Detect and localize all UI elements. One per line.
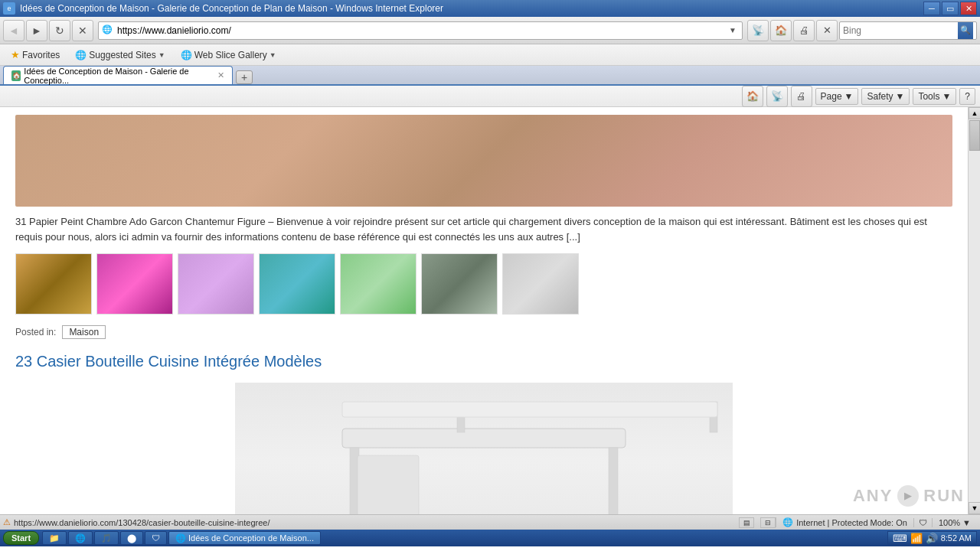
taskbar-active-app[interactable]: 🌐 Idées de Conception de Maison...: [168, 531, 321, 545]
page-content: 31 Papier Peint Chambre Ado Garcon Chant…: [0, 107, 968, 514]
view-toggle-icon: ⊟: [760, 517, 776, 528]
stop-button[interactable]: ✕: [72, 20, 93, 41]
refresh-button[interactable]: ↻: [49, 20, 70, 41]
zoom-control[interactable]: 100% ▼: [932, 518, 977, 527]
hero-image: [15, 115, 952, 207]
svg-rect-2: [609, 448, 618, 514]
back-button[interactable]: ◄: [3, 20, 24, 41]
ie-icon: e: [3, 2, 15, 15]
web-slice-icon: 🌐: [181, 50, 192, 60]
home-cmd-button[interactable]: 🏠: [742, 86, 763, 107]
minimize-button[interactable]: ─: [923, 2, 940, 15]
scroll-track[interactable]: [969, 119, 980, 502]
taskbar-time: 8:52 AM: [941, 533, 972, 543]
maison-tag[interactable]: Maison: [62, 325, 106, 339]
thumbnail-2[interactable]: [96, 253, 173, 315]
command-bar: 🏠 📡 🖨 Page ▼ Safety ▼ Tools ▼ ?: [0, 86, 980, 107]
ie-taskbar-icon: 🌐: [75, 533, 86, 543]
suggested-sites-icon: 🌐: [75, 50, 87, 60]
page-button[interactable]: Page ▼: [815, 88, 859, 105]
active-app-icon: 🌐: [175, 533, 186, 543]
tools-button[interactable]: Tools ▼: [913, 88, 956, 105]
web-slice-gallery-label: Web Slice Gallery: [194, 50, 267, 60]
status-url: https://www.danieliorio.com/130428/casie…: [11, 518, 739, 527]
article-title[interactable]: 23 Casier Bouteille Cuisine Intégrée Mod…: [15, 353, 952, 370]
taskbar-apps: 📁 🌐 🎵 ⬤ 🛡 🌐 Idées de Conception de Maiso…: [42, 531, 884, 545]
favorites-item[interactable]: ★ Favorites: [6, 47, 64, 62]
print-cmd-button[interactable]: 🖨: [791, 86, 812, 107]
media-taskbar-icon: 🎵: [101, 533, 112, 543]
globe-status-icon: 🌐: [782, 517, 793, 527]
page-arrow-icon: ▼: [844, 91, 854, 102]
thumbnail-5[interactable]: [340, 253, 416, 315]
nav-bar: ◄ ► ↻ ✕ 🌐 ▼ 📡 🏠 🖨 ✕ 🔍: [0, 17, 980, 44]
window-title: Idées de Conception de Maison - Galerie …: [20, 3, 443, 14]
tray-keyboard-icon: ⌨: [893, 533, 907, 544]
taskbar-media-button[interactable]: 🎵: [94, 531, 119, 545]
restore-button[interactable]: ▭: [942, 2, 959, 15]
protection-icon-area: 🛡: [913, 518, 932, 527]
article-excerpt: 31 Papier Peint Chambre Ado Garcon Chant…: [15, 214, 952, 244]
taskbar-system-tray: ⌨ 📶 🔊 8:52 AM: [887, 531, 977, 545]
rss-cmd-button[interactable]: 📡: [766, 86, 788, 107]
thumbnail-3[interactable]: [178, 253, 254, 315]
posted-in-label: Posted in:: [15, 327, 56, 337]
svg-rect-0: [342, 429, 626, 448]
start-button[interactable]: Start: [3, 531, 39, 545]
new-tab-button[interactable]: +: [236, 70, 253, 84]
taskbar-chrome-button[interactable]: ⬤: [120, 531, 143, 545]
tab-bar: 🏠 Idées de Conception de Maison - Galeri…: [0, 66, 980, 86]
delete-button[interactable]: ✕: [816, 20, 838, 41]
print-button[interactable]: 🖨: [793, 20, 815, 41]
favorites-bar: ★ Favorites 🌐 Suggested Sites ▼ 🌐 Web Sl…: [0, 44, 980, 66]
web-slice-gallery-arrow: ▼: [270, 51, 276, 59]
watermark-text: ANY: [853, 486, 893, 506]
forward-button[interactable]: ►: [26, 20, 47, 41]
help-label: ?: [965, 91, 970, 102]
vertical-scrollbar[interactable]: ▲ ▼: [968, 107, 980, 514]
thumbnail-7[interactable]: [502, 253, 579, 315]
chrome-taskbar-icon: ⬤: [127, 533, 136, 543]
taskbar-ie-button[interactable]: 🌐: [68, 531, 93, 545]
watermark-play-icon: ▶: [897, 485, 919, 507]
thumbnail-4[interactable]: [259, 253, 335, 315]
search-input[interactable]: [843, 25, 958, 36]
security-text: Internet | Protected Mode: On: [796, 518, 907, 527]
window-controls[interactable]: ─ ▭ ✕: [923, 2, 977, 15]
address-dropdown[interactable]: ▼: [727, 24, 739, 37]
tools-label: Tools: [918, 91, 939, 102]
svg-rect-6: [358, 455, 419, 514]
favorites-label: Favorites: [22, 50, 60, 60]
svg-rect-9: [342, 402, 717, 417]
thumbnail-1[interactable]: [15, 253, 92, 315]
home-button[interactable]: 🏠: [770, 20, 792, 41]
taskbar-norton-button[interactable]: 🛡: [145, 531, 167, 545]
posted-in-section: Posted in: Maison: [15, 325, 952, 339]
address-input[interactable]: [117, 25, 727, 36]
rss-button[interactable]: 📡: [747, 20, 769, 41]
article-main-image: [235, 383, 733, 514]
search-go-button[interactable]: 🔍: [958, 22, 973, 39]
close-button[interactable]: ✕: [960, 2, 977, 15]
help-button[interactable]: ?: [959, 88, 975, 105]
tab-close-button[interactable]: ✕: [217, 70, 224, 80]
suggested-sites-item[interactable]: 🌐 Suggested Sites ▼: [70, 48, 169, 62]
favorites-star-icon: ★: [11, 49, 20, 60]
scroll-down-button[interactable]: ▼: [969, 502, 980, 514]
taskbar: Start 📁 🌐 🎵 ⬤ 🛡 🌐 Idées de Conception de…: [0, 530, 980, 546]
suggested-sites-label: Suggested Sites: [89, 50, 155, 60]
active-tab[interactable]: 🏠 Idées de Conception de Maison - Galeri…: [3, 66, 233, 84]
shield-icon: 🛡: [919, 518, 927, 527]
web-slice-gallery-item[interactable]: 🌐 Web Slice Gallery ▼: [176, 48, 281, 62]
taskbar-folder-button[interactable]: 📁: [42, 531, 67, 545]
browser-content: ▲ ▼ 31 Papier Peint Chambre Ado Garcon C…: [0, 107, 980, 514]
furniture-svg: [235, 383, 733, 514]
zoom-value: 100%: [939, 518, 960, 527]
address-bar[interactable]: 🌐 ▼: [98, 21, 743, 40]
safety-button[interactable]: Safety ▼: [861, 88, 910, 105]
watermark-run: RUN: [923, 486, 965, 506]
thumbnail-6[interactable]: [421, 253, 498, 315]
scroll-up-button[interactable]: ▲: [969, 107, 980, 119]
scroll-thumb[interactable]: [969, 120, 980, 151]
watermark: ANY ▶ RUN: [853, 485, 965, 507]
